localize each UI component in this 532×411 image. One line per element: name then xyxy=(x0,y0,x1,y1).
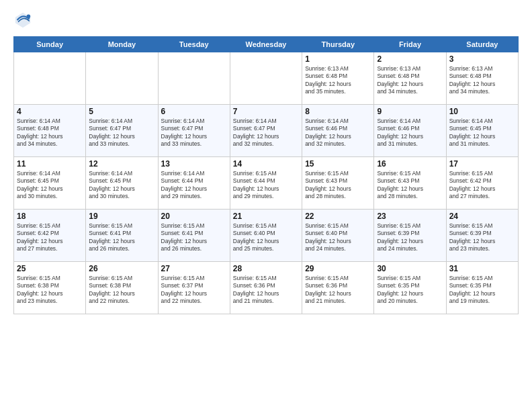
day-info: Sunrise: 6:15 AM Sunset: 6:36 PM Dayligh… xyxy=(233,275,299,306)
col-header-saturday: Saturday xyxy=(446,37,518,52)
calendar-cell: 10Sunrise: 6:14 AM Sunset: 6:45 PM Dayli… xyxy=(446,105,518,157)
calendar-cell: 9Sunrise: 6:14 AM Sunset: 6:46 PM Daylig… xyxy=(374,105,446,157)
calendar-cell: 7Sunrise: 6:14 AM Sunset: 6:47 PM Daylig… xyxy=(230,105,302,157)
day-info: Sunrise: 6:15 AM Sunset: 6:40 PM Dayligh… xyxy=(305,222,371,253)
calendar-cell: 19Sunrise: 6:15 AM Sunset: 6:41 PM Dayli… xyxy=(86,210,158,262)
day-number: 2 xyxy=(377,54,443,64)
day-info: Sunrise: 6:15 AM Sunset: 6:38 PM Dayligh… xyxy=(89,275,154,306)
day-info: Sunrise: 6:14 AM Sunset: 6:45 PM Dayligh… xyxy=(89,170,154,201)
calendar-cell: 17Sunrise: 6:15 AM Sunset: 6:42 PM Dayli… xyxy=(446,157,518,210)
day-number: 18 xyxy=(17,212,83,221)
day-info: Sunrise: 6:14 AM Sunset: 6:45 PM Dayligh… xyxy=(17,170,83,201)
day-number: 29 xyxy=(305,264,371,273)
day-number: 28 xyxy=(233,264,299,273)
col-header-tuesday: Tuesday xyxy=(158,37,230,52)
day-number: 7 xyxy=(233,107,299,116)
day-info: Sunrise: 6:15 AM Sunset: 6:40 PM Dayligh… xyxy=(233,222,299,253)
calendar-cell: 8Sunrise: 6:14 AM Sunset: 6:46 PM Daylig… xyxy=(302,105,374,157)
day-info: Sunrise: 6:15 AM Sunset: 6:36 PM Dayligh… xyxy=(305,275,371,306)
calendar-cell: 27Sunrise: 6:15 AM Sunset: 6:37 PM Dayli… xyxy=(158,262,230,314)
day-number: 1 xyxy=(305,54,371,64)
logo-icon xyxy=(13,11,32,30)
calendar-cell: 4Sunrise: 6:14 AM Sunset: 6:48 PM Daylig… xyxy=(14,105,86,157)
day-info: Sunrise: 6:15 AM Sunset: 6:41 PM Dayligh… xyxy=(161,222,227,253)
calendar-cell xyxy=(158,52,230,105)
day-info: Sunrise: 6:15 AM Sunset: 6:38 PM Dayligh… xyxy=(17,275,83,306)
day-info: Sunrise: 6:14 AM Sunset: 6:46 PM Dayligh… xyxy=(305,118,371,148)
calendar-cell: 22Sunrise: 6:15 AM Sunset: 6:40 PM Dayli… xyxy=(302,210,374,262)
col-header-wednesday: Wednesday xyxy=(230,37,302,52)
page: SundayMondayTuesdayWednesdayThursdayFrid… xyxy=(0,0,532,411)
day-info: Sunrise: 6:15 AM Sunset: 6:42 PM Dayligh… xyxy=(449,170,515,201)
day-number: 24 xyxy=(449,212,515,221)
day-number: 15 xyxy=(305,159,371,169)
day-info: Sunrise: 6:15 AM Sunset: 6:35 PM Dayligh… xyxy=(449,275,515,306)
day-info: Sunrise: 6:15 AM Sunset: 6:43 PM Dayligh… xyxy=(305,170,371,201)
calendar-cell: 13Sunrise: 6:14 AM Sunset: 6:44 PM Dayli… xyxy=(158,157,230,210)
day-info: Sunrise: 6:13 AM Sunset: 6:48 PM Dayligh… xyxy=(377,65,443,96)
col-header-monday: Monday xyxy=(86,37,158,52)
day-number: 9 xyxy=(377,107,443,116)
day-info: Sunrise: 6:15 AM Sunset: 6:41 PM Dayligh… xyxy=(89,222,154,253)
calendar-cell: 25Sunrise: 6:15 AM Sunset: 6:38 PM Dayli… xyxy=(14,262,86,314)
calendar-table: SundayMondayTuesdayWednesdayThursdayFrid… xyxy=(13,36,519,314)
day-number: 31 xyxy=(449,264,515,273)
calendar-cell: 18Sunrise: 6:15 AM Sunset: 6:42 PM Dayli… xyxy=(14,210,86,262)
day-number: 10 xyxy=(449,107,515,116)
calendar-cell: 16Sunrise: 6:15 AM Sunset: 6:43 PM Dayli… xyxy=(374,157,446,210)
day-number: 19 xyxy=(89,212,154,221)
day-number: 27 xyxy=(161,264,227,273)
day-number: 21 xyxy=(233,212,299,221)
day-info: Sunrise: 6:15 AM Sunset: 6:39 PM Dayligh… xyxy=(449,222,515,253)
day-number: 6 xyxy=(161,107,227,116)
col-header-thursday: Thursday xyxy=(302,37,374,52)
day-info: Sunrise: 6:14 AM Sunset: 6:47 PM Dayligh… xyxy=(161,118,227,148)
calendar-cell: 21Sunrise: 6:15 AM Sunset: 6:40 PM Dayli… xyxy=(230,210,302,262)
day-info: Sunrise: 6:15 AM Sunset: 6:35 PM Dayligh… xyxy=(377,275,443,306)
day-number: 5 xyxy=(89,107,154,116)
calendar-cell: 1Sunrise: 6:13 AM Sunset: 6:48 PM Daylig… xyxy=(302,52,374,105)
day-info: Sunrise: 6:15 AM Sunset: 6:37 PM Dayligh… xyxy=(161,275,227,306)
calendar-cell: 28Sunrise: 6:15 AM Sunset: 6:36 PM Dayli… xyxy=(230,262,302,314)
day-number: 17 xyxy=(449,159,515,169)
logo xyxy=(13,11,35,30)
calendar-cell: 20Sunrise: 6:15 AM Sunset: 6:41 PM Dayli… xyxy=(158,210,230,262)
calendar-cell: 5Sunrise: 6:14 AM Sunset: 6:47 PM Daylig… xyxy=(86,105,158,157)
day-info: Sunrise: 6:15 AM Sunset: 6:44 PM Dayligh… xyxy=(233,170,299,201)
day-number: 26 xyxy=(89,264,154,273)
calendar-cell: 3Sunrise: 6:13 AM Sunset: 6:48 PM Daylig… xyxy=(446,52,518,105)
calendar-cell: 14Sunrise: 6:15 AM Sunset: 6:44 PM Dayli… xyxy=(230,157,302,210)
col-header-sunday: Sunday xyxy=(14,37,86,52)
calendar-cell: 11Sunrise: 6:14 AM Sunset: 6:45 PM Dayli… xyxy=(14,157,86,210)
day-info: Sunrise: 6:15 AM Sunset: 6:43 PM Dayligh… xyxy=(377,170,443,201)
day-number: 22 xyxy=(305,212,371,221)
day-info: Sunrise: 6:14 AM Sunset: 6:47 PM Dayligh… xyxy=(233,118,299,148)
day-number: 16 xyxy=(377,159,443,169)
day-number: 12 xyxy=(89,159,154,169)
day-info: Sunrise: 6:13 AM Sunset: 6:48 PM Dayligh… xyxy=(449,65,515,96)
day-number: 3 xyxy=(449,54,515,64)
calendar-cell: 31Sunrise: 6:15 AM Sunset: 6:35 PM Dayli… xyxy=(446,262,518,314)
calendar-cell: 12Sunrise: 6:14 AM Sunset: 6:45 PM Dayli… xyxy=(86,157,158,210)
day-number: 30 xyxy=(377,264,443,273)
calendar-cell: 6Sunrise: 6:14 AM Sunset: 6:47 PM Daylig… xyxy=(158,105,230,157)
svg-point-1 xyxy=(27,15,31,19)
day-number: 25 xyxy=(17,264,83,273)
day-info: Sunrise: 6:15 AM Sunset: 6:39 PM Dayligh… xyxy=(377,222,443,253)
day-info: Sunrise: 6:14 AM Sunset: 6:48 PM Dayligh… xyxy=(17,118,83,148)
day-number: 13 xyxy=(161,159,227,169)
day-info: Sunrise: 6:14 AM Sunset: 6:45 PM Dayligh… xyxy=(449,118,515,148)
day-info: Sunrise: 6:13 AM Sunset: 6:48 PM Dayligh… xyxy=(305,65,371,96)
day-number: 20 xyxy=(161,212,227,221)
calendar-cell: 15Sunrise: 6:15 AM Sunset: 6:43 PM Dayli… xyxy=(302,157,374,210)
day-number: 11 xyxy=(17,159,83,169)
calendar-cell: 26Sunrise: 6:15 AM Sunset: 6:38 PM Dayli… xyxy=(86,262,158,314)
calendar-cell: 29Sunrise: 6:15 AM Sunset: 6:36 PM Dayli… xyxy=(302,262,374,314)
day-number: 8 xyxy=(305,107,371,116)
day-number: 14 xyxy=(233,159,299,169)
calendar-cell: 2Sunrise: 6:13 AM Sunset: 6:48 PM Daylig… xyxy=(374,52,446,105)
day-number: 4 xyxy=(17,107,83,116)
day-info: Sunrise: 6:14 AM Sunset: 6:47 PM Dayligh… xyxy=(89,118,154,148)
header xyxy=(13,11,519,30)
calendar-cell xyxy=(230,52,302,105)
